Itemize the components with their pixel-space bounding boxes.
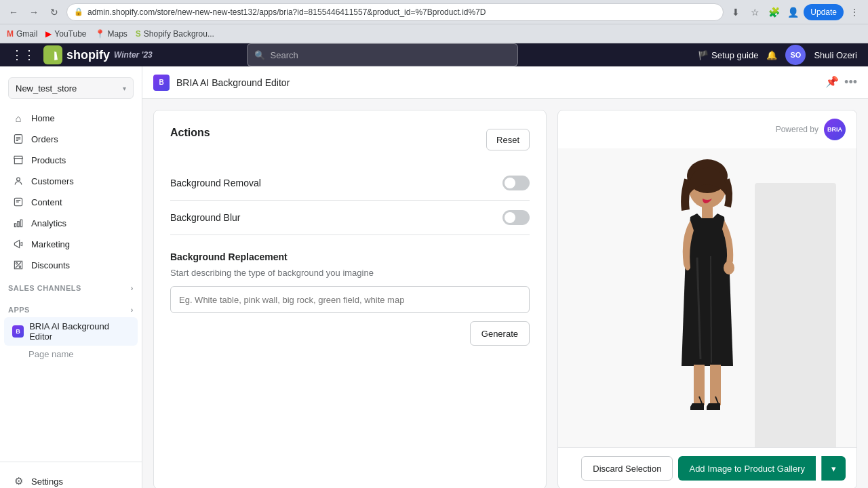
chevron-down-icon: ▾ — [831, 464, 836, 474]
generate-button[interactable]: Generate — [470, 321, 530, 346]
sidebar-products-label: Products — [31, 155, 66, 165]
grid-menu-button[interactable]: ⋮⋮ — [11, 47, 35, 62]
sales-channels-header: Sales channels › — [0, 279, 142, 295]
sidebar-item-customers[interactable]: Customers — [4, 171, 138, 191]
content-area: Actions Reset Background Removal Backgro… — [142, 99, 868, 488]
shopify-wordmark: shopify — [66, 48, 110, 62]
maps-label: Maps — [108, 29, 127, 39]
gallery-dropdown-button[interactable]: ▾ — [821, 456, 846, 481]
products-icon — [12, 154, 24, 166]
sidebar-item-settings[interactable]: ⚙ Settings — [4, 471, 138, 488]
youtube-label: YouTube — [54, 29, 86, 39]
sidebar-item-discounts[interactable]: Discounts — [4, 255, 138, 275]
content-icon — [12, 196, 24, 208]
user-avatar[interactable]: SO — [785, 45, 806, 65]
store-selector[interactable]: New_test_store ▾ — [8, 77, 134, 99]
powered-by-label: Powered by — [776, 125, 818, 134]
user-name: Shuli Ozeri — [814, 50, 857, 60]
svg-point-16 — [724, 261, 734, 274]
extensions-icon[interactable]: 🧩 — [766, 4, 782, 20]
reload-button[interactable]: ↻ — [46, 4, 62, 20]
gmail-icon: M — [7, 29, 14, 39]
setup-guide-label: Setup guide — [711, 50, 758, 60]
background-replacement-section: Background Replacement Start describing … — [170, 251, 530, 321]
shopify-logo: shopify Winter '23 — [43, 45, 153, 64]
add-gallery-button[interactable]: Add Image to Product Gallery — [678, 456, 816, 481]
update-button[interactable]: Update — [804, 4, 844, 20]
chevron-down-icon: ▾ — [123, 85, 126, 92]
nav-group-main: ⌂ Home Orders Products — [0, 107, 142, 276]
preview-image-area — [558, 149, 856, 447]
replacement-text-input[interactable] — [170, 286, 530, 313]
sidebar-customers-label: Customers — [31, 176, 74, 186]
youtube-icon: ▶ — [45, 29, 52, 39]
background-blur-label: Background Blur — [170, 212, 241, 223]
back-button[interactable]: ← — [5, 4, 22, 20]
bookmark-maps[interactable]: 📍 Maps — [95, 29, 127, 39]
sidebar-item-content[interactable]: Content — [4, 192, 138, 212]
sidebar-item-orders[interactable]: Orders — [4, 129, 138, 149]
powered-by: Powered by BRIA — [776, 119, 846, 140]
replacement-desc: Start describing the type of background … — [170, 268, 530, 278]
shopify-logo-icon — [43, 45, 62, 64]
download-icon[interactable]: ⬇ — [728, 4, 744, 20]
sidebar-footer: ⚙ Settings — [0, 462, 142, 488]
svg-point-12 — [19, 266, 20, 267]
home-icon: ⌂ — [12, 112, 24, 124]
shopify-bookmark-label: Shopify Backgrou... — [144, 29, 214, 39]
sidebar-discounts-label: Discounts — [31, 260, 70, 270]
blur-toggle-knob — [505, 212, 515, 223]
sales-channels-label: Sales channels — [8, 284, 81, 292]
svg-point-4 — [17, 178, 20, 181]
bookmark-gmail[interactable]: M Gmail — [7, 29, 37, 39]
sidebar-settings-label: Settings — [31, 476, 63, 487]
search-box[interactable]: 🔍 Search — [247, 43, 518, 66]
bookmark-youtube[interactable]: ▶ YouTube — [45, 29, 86, 39]
url-bar[interactable]: 🔒 admin.shopify.com/store/new-new-new-te… — [66, 3, 724, 21]
bookmark-shopify[interactable]: S Shopify Backgrou... — [136, 29, 214, 39]
sidebar-item-marketing[interactable]: Marketing — [4, 234, 138, 254]
browser-actions: ⬇ ☆ 🧩 👤 Update ⋮ — [728, 4, 863, 20]
sidebar-content-label: Content — [31, 197, 62, 207]
sidebar-item-analytics[interactable]: Analytics — [4, 213, 138, 233]
actions-title: Actions — [170, 127, 210, 139]
analytics-icon — [12, 217, 24, 229]
profile-icon[interactable]: 👤 — [785, 4, 801, 20]
menu-icon[interactable]: ⋮ — [846, 4, 863, 20]
preview-panel: Powered by BRIA — [557, 110, 857, 488]
sidebar-item-home[interactable]: ⌂ Home — [4, 108, 138, 128]
bria-logo: BRIA — [824, 119, 846, 140]
reset-button[interactable]: Reset — [486, 129, 530, 150]
app-header-right: 📌 ••• — [825, 75, 857, 89]
more-options-icon[interactable]: ••• — [844, 75, 857, 89]
sidebar-orders-label: Orders — [31, 134, 58, 144]
bookmark-icon[interactable]: ☆ — [747, 4, 763, 20]
sidebar-item-bria[interactable]: B BRIA AI Background Editor — [4, 317, 138, 346]
sales-channels-arrow: › — [131, 284, 134, 292]
setup-guide-button[interactable]: 🏴 Setup guide — [698, 50, 758, 60]
sidebar-item-products[interactable]: Products — [4, 150, 138, 170]
background-blur-toggle[interactable] — [502, 210, 530, 225]
sidebar: New_test_store ▾ ⌂ Home Orders — [0, 66, 142, 488]
bria-app-label: BRIA AI Background Editor — [29, 321, 130, 342]
shopify-topbar: ⋮⋮ shopify Winter '23 🔍 Search 🏴 Setup g… — [0, 43, 868, 66]
browser-chrome: ← → ↻ 🔒 admin.shopify.com/store/new-new-… — [0, 0, 868, 24]
background-removal-toggle[interactable] — [502, 176, 530, 190]
pin-icon[interactable]: 📌 — [825, 75, 839, 89]
bookmarks-bar: M Gmail ▶ YouTube 📍 Maps S Shopify Backg… — [0, 24, 868, 43]
user-initials: SO — [790, 51, 801, 59]
svg-rect-15 — [702, 205, 713, 218]
editor-panel: Actions Reset Background Removal Backgro… — [153, 110, 547, 488]
bria-logo-text: BRIA — [827, 126, 842, 133]
forward-button[interactable]: → — [26, 4, 42, 20]
orders-icon — [12, 133, 24, 145]
page-name-label: Page name — [28, 349, 74, 359]
apps-arrow: › — [131, 306, 134, 314]
discard-button[interactable]: Discard Selection — [581, 456, 673, 481]
notifications-button[interactable]: 🔔 — [766, 50, 777, 60]
app-header-icon-text: B — [159, 79, 163, 86]
sidebar-toggle-area: ⋮⋮ — [11, 47, 35, 62]
search-icon: 🔍 — [254, 50, 265, 60]
shopify-bookmark-icon: S — [136, 29, 141, 39]
sidebar-item-page-name[interactable]: Page name — [0, 346, 142, 362]
